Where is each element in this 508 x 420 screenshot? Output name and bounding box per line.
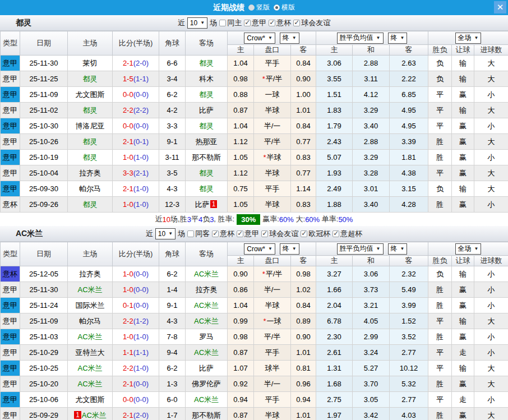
type-cell: 意甲: [1, 345, 20, 361]
corner-cell: 6-0: [159, 392, 186, 408]
close-icon[interactable]: ✕: [497, 2, 504, 12]
radio-vertical-label[interactable]: 竖版: [256, 3, 270, 12]
filter-checkbox-意甲[interactable]: 意甲: [237, 229, 259, 239]
radio-horizontal-label[interactable]: 横版: [281, 3, 295, 12]
odds-home-cell: 0.88: [228, 87, 254, 103]
home-team-cell: 拉齐奥: [68, 165, 113, 181]
handicap-value: 半球: [265, 169, 280, 177]
bookmaker-select[interactable]: Crow*▼: [244, 33, 275, 44]
filter-checkbox-意杯[interactable]: 意杯: [269, 18, 291, 28]
filter-checkbox-意甲[interactable]: 意甲: [244, 18, 266, 28]
checkbox-checked-icon[interactable]: [237, 230, 243, 237]
col-header-corner: 角球: [159, 242, 186, 266]
home-team-cell: 莱切: [68, 56, 113, 71]
home-team-name: 亚特兰大: [76, 348, 105, 357]
filter-checkbox-意超杯[interactable]: 意超杯: [332, 229, 362, 239]
type-cell: 意杯: [1, 197, 20, 213]
match-count-value: 10: [190, 19, 197, 27]
away-team-name: AC米兰: [194, 270, 219, 278]
avg-away-cell: 3.39: [390, 134, 428, 150]
match-count-select[interactable]: 10▼: [155, 228, 176, 239]
filter-checkbox-label[interactable]: 球会友谊: [269, 229, 298, 239]
away-team-name: 都灵: [199, 122, 214, 130]
filter-checkbox-label[interactable]: 同主: [227, 18, 242, 28]
home-team-name: AC米兰: [77, 380, 102, 388]
avg-away-cell: 4.28: [390, 197, 428, 213]
handicap-result-cell: 赢: [452, 298, 474, 313]
handicap-value: 半/一: [264, 122, 281, 130]
avg-away-cell: 6.85: [390, 87, 428, 103]
filter-checkbox-label[interactable]: 球会友谊: [301, 18, 330, 28]
filter-checkbox-欧冠杯[interactable]: 欧冠杯: [301, 229, 330, 239]
avg-home-cell: 1.93: [316, 165, 353, 181]
result-cell: 平: [428, 87, 452, 103]
match-count-select[interactable]: 10▼: [187, 17, 207, 29]
col-header-date: 日期: [20, 242, 68, 266]
home-team-cell: AC米兰: [68, 376, 113, 392]
col-header-goals: 进球数: [474, 45, 508, 56]
avg-select[interactable]: 胜平负均值▼: [337, 243, 384, 255]
avg-final-select[interactable]: 终▼: [388, 243, 408, 255]
handicap-value: 半球: [267, 153, 281, 161]
filter-checkbox-label[interactable]: 意甲: [244, 229, 259, 239]
scope-group-header: 全场▼: [428, 242, 508, 256]
checkbox-checked-icon[interactable]: [244, 20, 251, 26]
table-row: 意甲25-11-24国际米兰0-1(0-0)9-1AC米兰1.04半球0.842…: [1, 298, 508, 313]
avg-final-select[interactable]: 终▼: [388, 33, 408, 44]
checkbox-checked-icon[interactable]: [261, 230, 268, 237]
checkbox-checked-icon[interactable]: [301, 230, 307, 237]
avg-draw-cell: 3.05: [353, 392, 390, 408]
odds-home-cell: 0.92: [228, 376, 254, 392]
checkbox-unchecked-icon[interactable]: [187, 230, 194, 237]
type-cell: 意甲: [1, 298, 20, 313]
filter-checkbox-label[interactable]: 意杯: [276, 18, 291, 28]
checkbox-unchecked-icon[interactable]: [219, 20, 226, 26]
away-team-cell: 都灵: [186, 118, 228, 134]
corner-cell: 1-7: [159, 408, 186, 420]
filter-checkbox-意杯[interactable]: 意杯: [212, 229, 234, 239]
avg-home-cell: 2.75: [316, 392, 353, 408]
radio-unselected-icon[interactable]: [248, 4, 255, 11]
away-team-cell: 罗马: [186, 329, 228, 345]
filter-checkbox-label[interactable]: 意超杯: [340, 229, 362, 239]
filter-checkbox-同客[interactable]: 同客: [187, 229, 210, 239]
close-button[interactable]: ✕: [494, 1, 506, 13]
result-cell: 胜: [428, 376, 452, 392]
scope-select[interactable]: 全场▼: [455, 33, 482, 44]
handicap-cell: *一球: [254, 313, 291, 329]
checkbox-checked-icon[interactable]: [269, 20, 275, 26]
odds-final-select[interactable]: 终▼: [280, 243, 299, 255]
away-team-cell: AC米兰: [186, 266, 228, 282]
odds-final-select[interactable]: 终▼: [280, 33, 299, 44]
corner-cell: 6-2: [159, 87, 186, 103]
result-cell: 胜: [428, 408, 452, 420]
filter-checkbox-球会友谊[interactable]: 球会友谊: [293, 18, 330, 28]
filter-checkbox-label[interactable]: 同客: [195, 229, 210, 239]
filter-checkbox-label[interactable]: 意甲: [252, 18, 266, 28]
filter-checkbox-球会友谊[interactable]: 球会友谊: [261, 229, 298, 239]
filter-checkbox-同主[interactable]: 同主: [219, 18, 242, 28]
checkbox-checked-icon[interactable]: [332, 230, 339, 237]
filter-checkbox-label[interactable]: 意杯: [220, 229, 234, 239]
table-row: 意甲25-11-30AC米兰1-0(0-0)1-4拉齐奥0.86半/一1.021…: [1, 282, 508, 298]
checkbox-checked-icon[interactable]: [212, 230, 219, 237]
checkbox-checked-icon[interactable]: [293, 20, 300, 26]
home-team-name: 拉齐奥: [79, 169, 101, 177]
layout-radio-vertical[interactable]: 竖版: [248, 3, 270, 12]
scope-select[interactable]: 全场▼: [455, 243, 482, 255]
away-team-name: AC米兰: [194, 301, 219, 310]
fulltime-score: 1-1: [123, 348, 133, 357]
handicap-result-cell: 赢: [452, 134, 474, 150]
home-team-name: 都灵: [83, 137, 98, 146]
filter-checkbox-label[interactable]: 欧冠杯: [308, 229, 330, 239]
home-team-name: AC米兰: [77, 333, 102, 341]
avg-select[interactable]: 胜平负均值▼: [337, 33, 384, 44]
score-cell: 0-0(0-0): [113, 118, 159, 134]
col-header-odds-away: 客: [291, 45, 316, 56]
score-cell: 1-0(0-0): [113, 266, 159, 282]
avg-draw-cell: 3.21: [353, 298, 390, 313]
handicap-value: 球半: [265, 364, 280, 372]
bookmaker-select[interactable]: Crow*▼: [244, 243, 275, 255]
layout-radio-horizontal[interactable]: 横版: [274, 3, 295, 12]
radio-selected-icon[interactable]: [274, 4, 280, 11]
